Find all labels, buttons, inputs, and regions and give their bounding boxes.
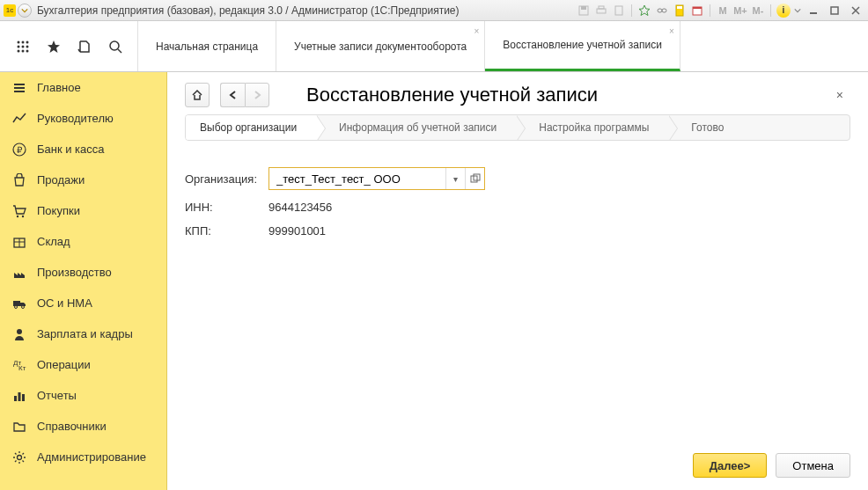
titlebar: 1c Бухгалтерия предприятия (базовая), ре… [0,0,868,21]
svg-text:Кт: Кт [18,364,26,372]
svg-rect-5 [658,9,662,12]
back-button[interactable] [220,83,245,107]
svg-rect-1 [581,6,586,10]
sidebar-item-assets[interactable]: ОС и НМА [0,288,166,318]
org-label: Организация: [185,172,268,186]
tab-label: Восстановление учетной записи [503,39,662,51]
bars-icon [12,389,26,403]
svg-rect-4 [615,6,622,15]
tab-label: Начальная страница [156,40,258,53]
search-icon[interactable] [105,36,126,57]
titlebar-dropdown-button[interactable] [18,4,32,18]
star-icon[interactable] [43,36,64,57]
step-done[interactable]: Готово [668,115,743,140]
body: Главное Руководителю ₽ Банк и касса Прод… [0,72,868,490]
sidebar-item-label: Покупки [37,204,80,217]
operations-icon: ДтКт [12,358,26,372]
inn-value: 9644123456 [268,201,332,214]
calendar-icon[interactable] [690,4,704,18]
svg-point-18 [26,45,28,48]
document-icon[interactable] [612,4,626,18]
tab-close-icon[interactable]: × [474,26,479,36]
chart-icon [12,112,26,126]
step-account-info[interactable]: Информация об учетной записи [316,115,516,140]
next-button[interactable]: Далее> [693,453,768,478]
folder-icon [12,420,26,434]
favorite-icon[interactable] [637,4,651,18]
sidebar-item-label: Продажи [37,173,85,186]
sidebar-item-admin[interactable]: Администрирование [0,442,166,472]
sidebar-item-label: ОС и НМА [37,296,92,310]
svg-point-14 [21,40,24,43]
tab-home[interactable]: Начальная страница [138,21,276,71]
step-settings[interactable]: Настройка программы [516,115,668,140]
chevron-down-icon[interactable] [794,7,801,14]
org-input[interactable] [269,168,445,189]
toolbar: Начальная страница Учетные записи докуме… [0,21,868,72]
cart-icon [12,204,26,218]
apps-icon[interactable] [12,36,33,57]
tab-close-icon[interactable]: × [669,26,674,36]
close-page-button[interactable]: × [829,84,850,106]
page-title: Восстановление учетной записи [306,84,598,106]
svg-point-29 [17,215,18,216]
maximize-button[interactable] [826,4,843,18]
svg-point-37 [17,329,22,334]
svg-rect-40 [14,396,17,401]
sidebar-item-hr[interactable]: Зарплата и кадры [0,318,166,349]
sidebar-item-warehouse[interactable]: Склад [0,226,166,257]
sidebar-item-manager[interactable]: Руководителю [0,103,166,134]
svg-point-15 [26,40,28,43]
step-org[interactable]: Выбор организации [186,115,316,140]
link-icon[interactable] [655,4,669,18]
sidebar-item-label: Главное [37,81,81,94]
close-button[interactable] [847,4,864,18]
sidebar-item-label: Администрирование [37,450,146,464]
sidebar-item-label: Производство [37,266,112,279]
svg-rect-41 [18,392,21,401]
sidebar-item-main[interactable]: Главное [0,72,166,103]
svg-point-30 [22,215,24,216]
sidebar-item-label: Склад [37,235,70,248]
sidebar-item-production[interactable]: Производство [0,257,166,288]
sidebar-item-reports[interactable]: Отчеты [0,380,166,411]
sidebar-item-catalogs[interactable]: Справочники [0,411,166,442]
memory-mplus-button[interactable]: M+ [733,4,747,18]
org-open-button[interactable] [465,168,484,189]
factory-icon [12,266,26,280]
calculator-icon[interactable] [673,4,687,18]
memory-mminus-button[interactable]: M- [751,4,765,18]
gear-icon [12,450,26,464]
memory-m-button[interactable]: M [716,4,730,18]
sidebar-item-purchases[interactable]: Покупки [0,195,166,226]
tab-doc-accounts[interactable]: Учетные записи документооборота× [276,21,485,71]
info-icon[interactable]: i [776,4,791,18]
minimize-button[interactable] [805,4,822,18]
wizard-steps: Выбор организации Информация об учетной … [185,114,850,141]
sidebar-item-operations[interactable]: ДтКт Операции [0,349,166,380]
svg-rect-12 [831,7,838,14]
svg-rect-2 [597,9,606,13]
sidebar-item-label: Операции [37,358,91,371]
sidebar-item-bank[interactable]: ₽ Банк и касса [0,134,166,165]
svg-rect-10 [693,7,702,9]
home-button[interactable] [185,83,210,107]
sidebar-item-label: Руководителю [37,112,114,125]
sidebar: Главное Руководителю ₽ Банк и касса Прод… [0,72,167,490]
tab-account-restore[interactable]: Восстановление учетной записи× [485,21,680,71]
org-dropdown-button[interactable]: ▾ [445,168,465,189]
app-logo-icon: 1c [4,4,16,17]
ruble-icon: ₽ [12,143,26,157]
forward-button[interactable] [245,83,269,107]
cancel-button[interactable]: Отмена [776,453,850,478]
sidebar-item-label: Банк и касса [37,143,105,156]
svg-point-13 [17,40,19,43]
history-icon[interactable] [74,36,95,57]
truck-icon [12,296,26,311]
sidebar-item-label: Отчеты [37,389,77,402]
sidebar-item-sales[interactable]: Продажи [0,165,166,195]
save-icon[interactable] [577,4,591,18]
print-icon[interactable] [594,4,608,18]
person-icon [12,327,26,341]
toolbar-left [0,21,138,71]
